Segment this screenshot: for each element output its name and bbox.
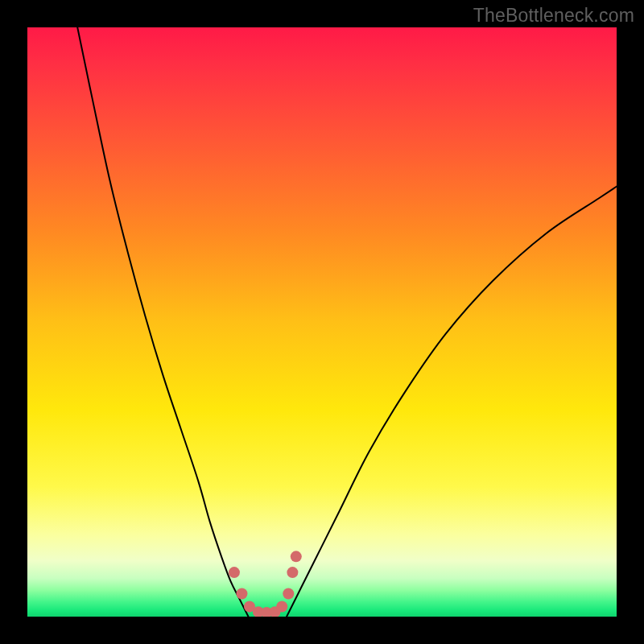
watermark-text: TheBottleneck.com — [473, 5, 634, 27]
highlight-dot — [229, 567, 240, 578]
bottleneck-curve-left — [77, 27, 248, 617]
highlight-dot — [291, 551, 302, 562]
highlight-dot — [287, 567, 298, 578]
highlight-dot — [276, 601, 287, 613]
highlight-dot — [283, 588, 294, 599]
highlight-dot — [236, 588, 247, 599]
bottleneck-curve-right — [287, 187, 617, 617]
plot-area — [27, 27, 617, 617]
chart-curves — [27, 27, 617, 617]
chart-frame: TheBottleneck.com — [0, 0, 644, 644]
